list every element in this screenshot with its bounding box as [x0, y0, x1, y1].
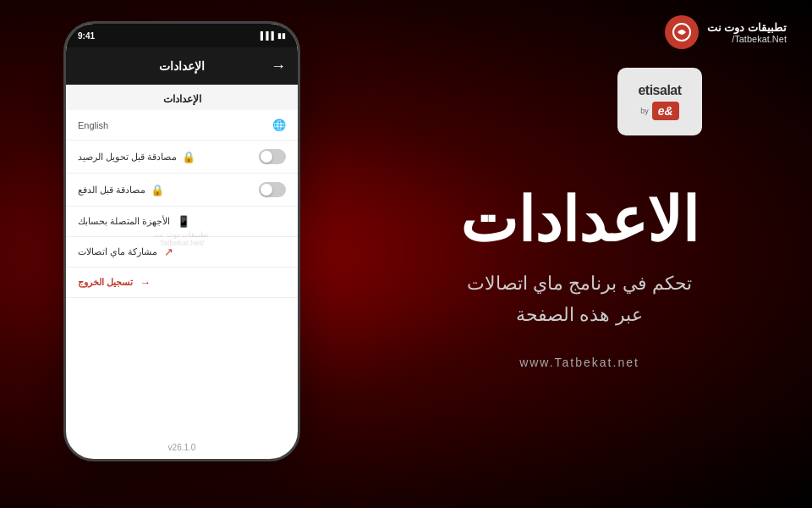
- main-title: الاعدادات: [460, 190, 699, 251]
- status-icons: ▐▐▐ ▮▮: [258, 31, 286, 40]
- language-value: English: [78, 120, 108, 130]
- status-time: 9:41: [78, 31, 95, 41]
- phone-status-bar: 9:41 ▐▐▐ ▮▮: [66, 24, 298, 47]
- toggle-payment-switch[interactable]: [259, 182, 286, 197]
- etisalat-e-icon: e&: [652, 102, 679, 120]
- tatbekat-logo-svg: [672, 23, 691, 41]
- right-panel: تطبيقات دوت نت /Tatbekat.Net etisalat by…: [364, 0, 812, 508]
- top-right-logo: تطبيقات دوت نت /Tatbekat.Net: [665, 15, 787, 49]
- language-setting-item[interactable]: 🌐 English: [66, 110, 298, 141]
- logout-item[interactable]: → تسجيل الخروج: [66, 268, 298, 298]
- etisalat-logo: etisalat by e&: [617, 68, 702, 135]
- website-url: www.Tatbekat.net: [519, 356, 639, 369]
- settings-section-title: الإعدادات: [66, 85, 298, 110]
- logout-icon: →: [140, 276, 151, 289]
- signal-icon: ▐▐▐: [258, 31, 274, 40]
- version-text: v26.1.0: [66, 443, 298, 452]
- back-arrow-icon[interactable]: →: [271, 58, 286, 75]
- main-subtitle: تحكم في برنامج ماي اتصالات عبر هذه الصفح…: [467, 268, 691, 331]
- etisalat-by-label: by: [640, 107, 649, 115]
- toggle-payment-item[interactable]: 🔒 مصادقة قبل الدفع: [66, 174, 298, 207]
- toggle-balance-transfer-switch[interactable]: [259, 149, 286, 164]
- toggle-balance-right: 🔒 مصادقة قبل تحويل الرصيد: [78, 151, 195, 163]
- subtitle-line2: عبر هذه الصفحة: [467, 299, 691, 330]
- main-content-area: الاعدادات تحكم في برنامج ماي اتصالات عبر…: [381, 68, 778, 491]
- battery-icon: ▮▮: [277, 31, 286, 40]
- logout-label: تسجيل الخروج: [78, 277, 133, 288]
- tatbekat-icon: [665, 15, 699, 49]
- share-icon: ↗: [164, 246, 173, 258]
- etisalat-name: etisalat: [638, 83, 681, 98]
- lock-icon-1: 🔒: [182, 151, 195, 163]
- toggle-balance-label: مصادقة قبل تحويل الرصيد: [78, 152, 177, 163]
- phone-header: → الإعدادات: [66, 47, 298, 85]
- left-panel: 9:41 ▐▐▐ ▮▮ → الإعدادات الإعدادات 🌐 Engl…: [0, 0, 364, 508]
- share-label: مشاركة ماي اتصالات: [78, 246, 157, 257]
- phone-watermark: تطبيقات دوت نت /Tatbekat.Net: [66, 230, 298, 247]
- devices-label: الأجهزة المتصلة بحسابك: [78, 216, 170, 227]
- tatbekat-latin-label: /Tatbekat.Net: [707, 34, 787, 44]
- tatbekat-logo-text: تطبيقات دوت نت /Tatbekat.Net: [707, 21, 787, 44]
- subtitle-line1: تحكم في برنامج ماي اتصالات: [467, 268, 691, 299]
- lock-icon-2: 🔒: [151, 184, 164, 196]
- tatbekat-arabic-label: تطبيقات دوت نت: [707, 21, 787, 34]
- language-icon: 🌐: [272, 119, 286, 131]
- etisalat-by-row: by e&: [640, 102, 679, 120]
- watermark-arabic: تطبيقات دوت نت: [66, 230, 298, 239]
- phone-content: الإعدادات 🌐 English 🔒 مصادقة قبل تحويل ا…: [66, 85, 298, 298]
- toggle-payment-label: مصادقة قبل الدفع: [78, 185, 145, 196]
- devices-icon: 📱: [177, 215, 190, 228]
- watermark-latin: /Tatbekat.Net: [66, 239, 298, 247]
- phone-header-title: الإعدادات: [159, 59, 205, 73]
- toggle-balance-transfer-item[interactable]: 🔒 مصادقة قبل تحويل الرصيد: [66, 141, 298, 174]
- phone-mockup: 9:41 ▐▐▐ ▮▮ → الإعدادات الإعدادات 🌐 Engl…: [63, 21, 300, 461]
- toggle-payment-right: 🔒 مصادقة قبل الدفع: [78, 184, 164, 196]
